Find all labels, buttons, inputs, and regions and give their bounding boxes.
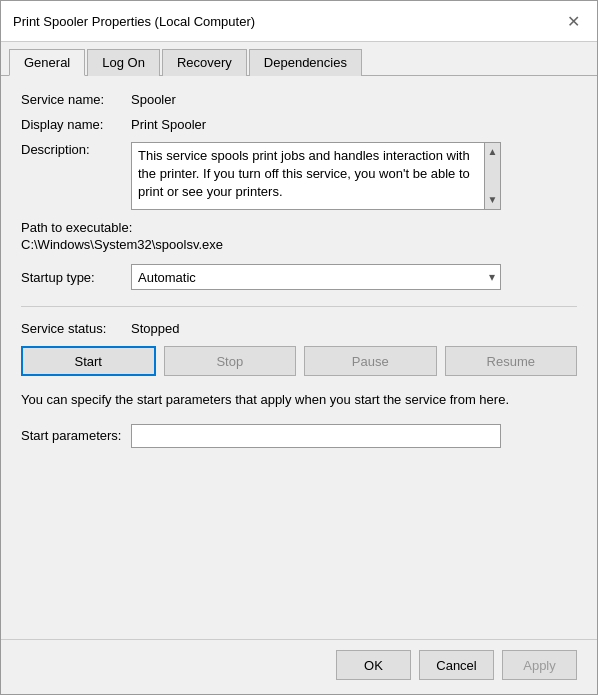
scroll-up-icon[interactable]: ▲: [486, 143, 500, 161]
startup-type-label: Startup type:: [21, 270, 131, 285]
hint-text: You can specify the start parameters tha…: [21, 390, 577, 410]
properties-window: Print Spooler Properties (Local Computer…: [0, 0, 598, 695]
start-params-row: Start parameters:: [21, 424, 577, 448]
window-title: Print Spooler Properties (Local Computer…: [13, 14, 255, 29]
description-box[interactable]: This service spools print jobs and handl…: [131, 142, 501, 210]
description-row: Description: This service spools print j…: [21, 142, 577, 210]
description-label: Description:: [21, 142, 131, 157]
start-params-input[interactable]: [131, 424, 501, 448]
footer: OK Cancel Apply: [1, 639, 597, 694]
startup-type-row: Startup type: Automatic Automatic (Delay…: [21, 264, 577, 290]
display-name-label: Display name:: [21, 117, 131, 132]
description-scrollbar[interactable]: ▲ ▼: [484, 143, 500, 209]
service-name-row: Service name: Spooler: [21, 92, 577, 107]
tab-dependencies[interactable]: Dependencies: [249, 49, 362, 76]
pause-button[interactable]: Pause: [304, 346, 437, 376]
start-button[interactable]: Start: [21, 346, 156, 376]
description-text: This service spools print jobs and handl…: [138, 147, 494, 202]
path-value: C:\Windows\System32\spoolsv.exe: [21, 237, 577, 252]
display-name-value: Print Spooler: [131, 117, 206, 132]
apply-button[interactable]: Apply: [502, 650, 577, 680]
tab-general[interactable]: General: [9, 49, 85, 76]
tab-logon[interactable]: Log On: [87, 49, 160, 76]
ok-button[interactable]: OK: [336, 650, 411, 680]
resume-button[interactable]: Resume: [445, 346, 578, 376]
path-label: Path to executable:: [21, 220, 577, 235]
stop-button[interactable]: Stop: [164, 346, 297, 376]
tab-recovery[interactable]: Recovery: [162, 49, 247, 76]
start-params-label: Start parameters:: [21, 428, 131, 443]
startup-type-select[interactable]: Automatic Automatic (Delayed Start) Manu…: [131, 264, 501, 290]
service-control-buttons: Start Stop Pause Resume: [21, 346, 577, 376]
scroll-down-icon[interactable]: ▼: [486, 191, 500, 209]
service-status-value: Stopped: [131, 321, 179, 336]
path-section: Path to executable: C:\Windows\System32\…: [21, 220, 577, 252]
tab-bar: General Log On Recovery Dependencies: [1, 42, 597, 76]
service-status-label: Service status:: [21, 321, 131, 336]
separator: [21, 306, 577, 307]
startup-type-select-wrapper: Automatic Automatic (Delayed Start) Manu…: [131, 264, 501, 290]
close-button[interactable]: ✕: [561, 9, 585, 33]
display-name-row: Display name: Print Spooler: [21, 117, 577, 132]
cancel-button[interactable]: Cancel: [419, 650, 494, 680]
service-status-row: Service status: Stopped: [21, 321, 577, 336]
service-name-value: Spooler: [131, 92, 176, 107]
service-name-label: Service name:: [21, 92, 131, 107]
tab-content-general: Service name: Spooler Display name: Prin…: [1, 76, 597, 639]
title-bar: Print Spooler Properties (Local Computer…: [1, 1, 597, 42]
